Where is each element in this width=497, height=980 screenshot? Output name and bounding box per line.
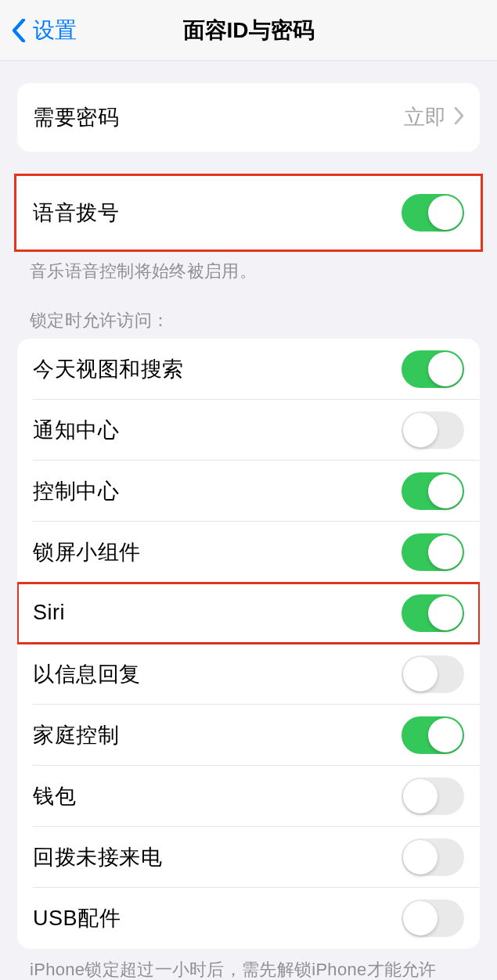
voice-dial-row: 语音拨号	[16, 175, 481, 250]
lock-access-row: 今天视图和搜索	[17, 339, 480, 400]
toggle-switch[interactable]	[402, 533, 464, 571]
toggle-switch[interactable]	[402, 594, 464, 632]
toggle-switch[interactable]	[402, 350, 464, 388]
toggle-switch[interactable]	[402, 899, 464, 937]
row-label: 家庭控制	[33, 721, 119, 749]
voice-dial-toggle[interactable]	[402, 194, 464, 232]
lock-access-row: 以信息回复	[17, 644, 480, 705]
toggle-switch[interactable]	[402, 411, 464, 449]
toggle-switch[interactable]	[402, 838, 464, 876]
chevron-right-icon	[454, 107, 464, 127]
row-label: 钱包	[33, 782, 76, 810]
row-label: Siri	[33, 601, 65, 625]
lock-access-row: 回拨未接来电	[17, 827, 480, 888]
toggle-switch[interactable]	[402, 655, 464, 693]
row-label: 需要密码	[33, 103, 119, 131]
lock-access-header: 锁定时允许访问：	[30, 309, 467, 332]
require-passcode-row[interactable]: 需要密码 立即	[17, 83, 480, 152]
toggle-switch[interactable]	[402, 472, 464, 510]
chevron-left-icon	[11, 17, 27, 44]
lock-access-row: 通知中心	[17, 400, 480, 461]
lock-access-row: USB配件	[17, 888, 480, 949]
lock-access-row: 家庭控制	[17, 705, 480, 766]
row-label: 通知中心	[33, 416, 119, 444]
back-label: 设置	[33, 16, 77, 45]
voice-dial-footer: 音乐语音控制将始终被启用。	[30, 260, 467, 284]
row-label: 回拨未接来电	[33, 843, 162, 871]
row-value: 立即	[404, 103, 446, 131]
lock-access-row: 控制中心	[17, 461, 480, 522]
row-label: 锁屏小组件	[33, 538, 141, 566]
lock-access-group: 今天视图和搜索通知中心控制中心锁屏小组件Siri以信息回复家庭控制钱包回拨未接来…	[17, 339, 480, 949]
navbar: 设置 面容ID与密码	[0, 0, 497, 61]
toggle-switch[interactable]	[402, 716, 464, 754]
lock-access-row: 钱包	[17, 766, 480, 827]
row-label: 控制中心	[33, 477, 119, 505]
row-label: 今天视图和搜索	[33, 355, 184, 383]
row-label: 以信息回复	[33, 660, 141, 688]
toggle-switch[interactable]	[402, 777, 464, 815]
row-label: 语音拨号	[33, 199, 119, 227]
lock-access-row: Siri	[17, 583, 480, 644]
passcode-group: 需要密码 立即	[17, 83, 480, 152]
lock-access-footer: iPhone锁定超过一小时后，需先解锁iPhone才能允许USB配件连接。	[30, 958, 467, 980]
row-label: USB配件	[33, 904, 121, 932]
voice-dial-group: 语音拨号	[16, 175, 481, 250]
back-button[interactable]: 设置	[0, 16, 77, 45]
lock-access-row: 锁屏小组件	[17, 522, 480, 583]
